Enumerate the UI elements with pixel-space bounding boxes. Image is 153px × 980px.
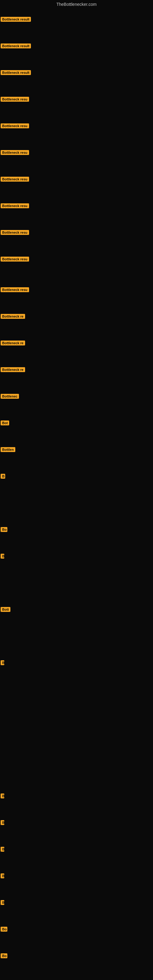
bottleneck-result-badge[interactable]: Bottleneck resu <box>1 177 29 181</box>
bottleneck-badge-row: Bottleneck resu <box>1 177 29 183</box>
bottleneck-result-badge[interactable]: Bottleneck resu <box>1 287 29 292</box>
bottleneck-badge-row: B <box>1 660 4 667</box>
bottleneck-result-badge[interactable]: B <box>1 847 4 852</box>
bottleneck-result-badge[interactable]: Bottleneck re <box>1 340 25 345</box>
bottleneck-result-badge[interactable]: B <box>1 794 4 799</box>
bottleneck-result-badge[interactable]: Bot <box>1 420 9 425</box>
bottleneck-result-badge[interactable]: Bottlen <box>1 447 15 452</box>
bottleneck-badge-row: Bottleneck result <box>1 43 31 49</box>
bottleneck-result-badge[interactable]: Bottleneck resu <box>1 123 29 128</box>
bottleneck-badge-row: Bottlenec <box>1 394 19 400</box>
bottleneck-result-badge[interactable]: B <box>1 900 4 905</box>
bottleneck-badge-row: Bottleneck result <box>1 17 31 23</box>
bottleneck-badge-row: Bo <box>1 927 7 933</box>
bottleneck-badge-row: Bottleneck resu <box>1 150 29 156</box>
bottleneck-badge-row: Bottleneck resu <box>1 204 29 210</box>
bottleneck-result-badge[interactable]: B <box>1 873 4 878</box>
bottleneck-result-badge[interactable]: B <box>1 474 5 479</box>
bottleneck-result-badge[interactable]: B <box>1 820 4 825</box>
bottleneck-result-badge[interactable]: Bottlenec <box>1 394 19 399</box>
bottleneck-result-badge[interactable]: Bottleneck result <box>1 43 31 48</box>
bottleneck-badge-row: Bottleneck resu <box>1 257 29 263</box>
bottleneck-badge-row: B <box>1 794 4 800</box>
bottleneck-result-badge[interactable]: Bott <box>1 607 10 612</box>
bottleneck-badge-row: Bo <box>1 953 7 959</box>
bottleneck-result-badge[interactable]: B <box>1 554 4 558</box>
bottleneck-badge-row: B <box>1 873 4 880</box>
bottleneck-badge-row: Bottleneck re <box>1 367 25 373</box>
bottleneck-result-badge[interactable]: Bottleneck re <box>1 314 25 319</box>
bottleneck-badge-row: Bottleneck resu <box>1 287 29 293</box>
bottleneck-result-badge[interactable]: Bottleneck re <box>1 367 25 372</box>
bottleneck-result-badge[interactable]: Bottleneck result <box>1 70 31 75</box>
bottleneck-badge-row: B <box>1 847 4 853</box>
bottleneck-badge-row: Bott <box>1 607 10 613</box>
bottleneck-result-badge[interactable]: Bo <box>1 927 7 932</box>
bottleneck-badge-row: Bottlen <box>1 447 15 453</box>
site-title: TheBottlenecker.com <box>0 0 153 9</box>
bottleneck-result-badge[interactable]: Bottleneck resu <box>1 257 29 261</box>
bottleneck-badge-row: Bo <box>1 527 7 533</box>
bottleneck-badge-row: B <box>1 474 5 480</box>
bottleneck-badge-row: Bottleneck resu <box>1 230 29 236</box>
bottleneck-badge-row: Bottleneck re <box>1 340 25 347</box>
bottleneck-result-badge[interactable]: B <box>1 660 4 665</box>
bottleneck-result-badge[interactable]: Bottleneck resu <box>1 150 29 155</box>
bottleneck-badge-row: B <box>1 900 4 906</box>
bottleneck-badge-row: Bottleneck resu <box>1 97 29 103</box>
bottleneck-badge-row: Bottleneck result <box>1 70 31 76</box>
bottleneck-result-badge[interactable]: Bottleneck resu <box>1 230 29 235</box>
bottleneck-badge-row: B <box>1 554 4 560</box>
bottleneck-result-badge[interactable]: Bottleneck resu <box>1 97 29 102</box>
bottleneck-badge-row: Bottleneck resu <box>1 123 29 130</box>
bottleneck-result-badge[interactable]: Bo <box>1 953 7 958</box>
bottleneck-badge-row: Bot <box>1 420 9 426</box>
bottleneck-result-badge[interactable]: Bo <box>1 527 7 532</box>
bottleneck-result-badge[interactable]: Bottleneck result <box>1 17 31 22</box>
bottleneck-badge-row: B <box>1 820 4 826</box>
bottleneck-badge-row: Bottleneck re <box>1 314 25 320</box>
bottleneck-result-badge[interactable]: Bottleneck resu <box>1 204 29 208</box>
